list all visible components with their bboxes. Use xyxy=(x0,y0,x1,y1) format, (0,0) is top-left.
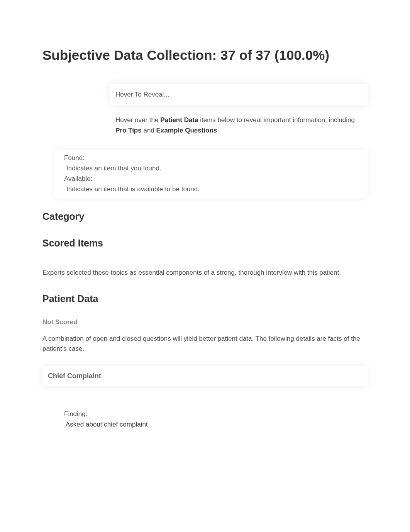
hover-desc-mid2: and xyxy=(142,127,156,134)
hover-desc-prefix: Hover over the xyxy=(115,116,160,124)
finding-value: Asked about chief complaint xyxy=(64,419,368,430)
legend-found-text: Indicates an item that you found. xyxy=(64,163,357,173)
hover-desc-example-questions: Example Questions xyxy=(156,127,217,134)
chief-complaint-header[interactable]: Chief Complaint xyxy=(42,366,368,386)
finding-label: Finding: xyxy=(64,409,368,419)
scored-items-heading: Scored Items xyxy=(42,238,368,249)
legend-available-text: Indicates an item that is available to b… xyxy=(64,184,357,194)
patient-data-heading: Patient Data xyxy=(42,293,368,304)
hover-desc-pro-tips: Pro Tips xyxy=(115,127,142,134)
page-title: Subjective Data Collection: 37 of 37 (10… xyxy=(42,42,368,68)
legend-box: Found: Indicates an item that you found.… xyxy=(54,150,368,198)
scored-items-description: Experts selected these topics as essenti… xyxy=(42,267,368,278)
hover-instruction-text: Hover over the Patient Data items below … xyxy=(110,115,368,136)
hover-to-reveal-box[interactable]: Hover To Reveal... xyxy=(110,84,368,105)
not-scored-label: Not Scored xyxy=(42,318,368,326)
legend-available-label: Available: xyxy=(64,173,357,184)
category-heading: Category xyxy=(42,211,368,222)
patient-data-description: A combination of open and closed questio… xyxy=(42,334,368,354)
hover-desc-end: . xyxy=(217,127,219,134)
hover-desc-patient-data: Patient Data xyxy=(160,116,198,124)
finding-block: Finding: Asked about chief complaint xyxy=(64,409,368,430)
hover-desc-mid1: items below to reveal important informat… xyxy=(198,116,354,124)
legend-found-label: Found: xyxy=(64,153,357,163)
